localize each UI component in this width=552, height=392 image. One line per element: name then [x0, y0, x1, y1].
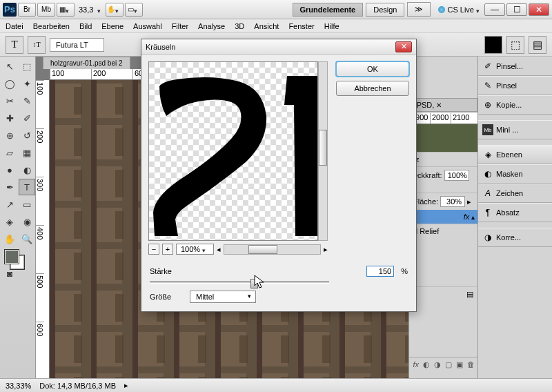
trash-icon[interactable]: 🗑 — [467, 360, 475, 369]
panel-kopie[interactable]: ⊕Kopie... — [478, 95, 552, 115]
minimize-button[interactable]: — — [484, 3, 505, 16]
brush-tool-icon[interactable]: ✐ — [19, 110, 35, 126]
3d-cam-icon[interactable]: ◉ — [19, 213, 35, 230]
menu-bearbeiten[interactable]: Bearbeiten — [33, 22, 70, 30]
preview-scroll-v[interactable] — [318, 61, 328, 241]
document-tab-2[interactable]: (PSD, ✕ — [409, 98, 477, 112]
preview-zoom[interactable]: 100% — [176, 244, 214, 255]
scroll-right-icon[interactable]: ▸ — [324, 245, 328, 254]
gradient-tool-icon[interactable]: ▦ — [19, 144, 35, 161]
move-tool-icon[interactable]: ↖ — [1, 58, 18, 75]
heal-tool-icon[interactable]: ✚ — [1, 110, 18, 126]
panel-ebenen[interactable]: ◈Ebenen — [478, 145, 552, 164]
hand-tool-icon[interactable]: ✋ — [106, 3, 124, 17]
eraser-tool-icon[interactable]: ▱ — [1, 144, 18, 161]
menu-bild[interactable]: Bild — [79, 22, 92, 30]
percent-label: % — [401, 267, 408, 275]
zoom-percent[interactable]: 33,3 — [79, 6, 93, 14]
panel-pinsel-presets[interactable]: ✐Pinsel... — [478, 57, 552, 76]
workspace-tab-grundelemente[interactable]: Grundelemente — [293, 3, 364, 17]
strength-input[interactable] — [366, 266, 394, 277]
bridge-icon[interactable]: Br — [18, 3, 36, 17]
menu-3d[interactable]: 3D — [235, 22, 244, 30]
preview-scroll-h[interactable] — [224, 244, 321, 255]
panel-pinsel[interactable]: ✎Pinsel — [478, 76, 552, 95]
new-icon[interactable]: ▣ — [456, 360, 463, 369]
color-swatch[interactable] — [484, 36, 502, 54]
dialog-close-button[interactable]: ✕ — [395, 41, 412, 52]
layer-row[interactable]: fx ▴ — [409, 210, 477, 224]
3d-icon[interactable]: ⬚ — [506, 36, 524, 54]
panel-menu-icon[interactable]: ▤ — [409, 286, 477, 302]
opacity-field[interactable]: 100% — [444, 170, 469, 181]
panel-masken[interactable]: ◐Masken — [478, 164, 552, 184]
menu-ebene[interactable]: Ebene — [101, 22, 124, 30]
layer-panel-buttons: ⚭ fx ◐ ◑ ▢ ▣ 🗑 — [409, 357, 477, 372]
cancel-button[interactable]: Abbrechen — [336, 81, 409, 96]
screen-mode-icon[interactable]: ▭ — [125, 3, 143, 17]
character-icon: A — [482, 188, 493, 199]
panel-korrekturen[interactable]: ◑Korre... — [478, 228, 552, 247]
path-tool-icon[interactable]: ↗ — [1, 196, 18, 213]
pen-tool-icon[interactable]: ✒ — [1, 179, 18, 195]
hand-tool-icon[interactable]: ✋ — [1, 231, 18, 247]
ok-button[interactable]: OK — [336, 61, 409, 77]
close-button[interactable]: ✕ — [529, 3, 549, 16]
preview-box[interactable] — [148, 61, 318, 241]
3d-tool-icon[interactable]: ◈ — [1, 213, 18, 230]
color-swatches[interactable] — [1, 248, 35, 271]
panel-zeichen[interactable]: AZeichen — [478, 184, 552, 203]
scroll-left-icon[interactable]: ◂ — [217, 245, 221, 254]
history-brush-icon[interactable]: ↺ — [19, 127, 35, 144]
fx-icon[interactable]: fx — [413, 360, 419, 369]
zoom-dropdown-icon[interactable] — [97, 6, 104, 13]
brush-icon: ✎ — [482, 80, 493, 91]
strength-slider[interactable] — [150, 281, 329, 284]
font-family-select[interactable]: Futura LT — [50, 38, 104, 52]
menu-fenster[interactable]: Fenster — [288, 22, 314, 30]
mask-icon[interactable]: ◐ — [423, 360, 430, 369]
panel-icon[interactable]: ▤ — [529, 36, 546, 54]
adjust-icon[interactable]: ◑ — [434, 360, 441, 369]
masks-icon: ◐ — [482, 168, 493, 179]
dialog-titlebar[interactable]: Kräuseln ✕ — [141, 39, 416, 55]
maximize-button[interactable]: ☐ — [506, 3, 527, 16]
eyedropper-tool-icon[interactable]: ✎ — [19, 92, 35, 109]
size-select[interactable]: Mittel — [190, 291, 256, 303]
menu-datei[interactable]: Datei — [6, 22, 23, 30]
zoom-tool-icon[interactable]: 🔍 — [19, 231, 35, 247]
menu-hilfe[interactable]: Hilfe — [324, 22, 339, 30]
workspace-more-icon[interactable]: ≫ — [407, 2, 431, 17]
crop-tool-icon[interactable]: ✂ — [1, 92, 18, 109]
status-doksize[interactable]: Dok: 14,3 MB/16,3 MB — [39, 382, 116, 390]
lasso-tool-icon[interactable]: ◯ — [1, 75, 18, 92]
view-grid-icon[interactable]: ▦ — [57, 3, 75, 17]
wand-tool-icon[interactable]: ✦ — [19, 75, 35, 92]
dodge-tool-icon[interactable]: ◐ — [19, 161, 35, 178]
menu-auswahl[interactable]: Auswahl — [133, 22, 162, 30]
tool-indicator[interactable]: T — [6, 36, 23, 54]
panel-absatz[interactable]: ¶Absatz — [478, 203, 552, 222]
zoom-in-button[interactable]: + — [162, 244, 173, 255]
marquee-tool-icon[interactable]: ⬚ — [19, 58, 35, 75]
orientation-icon[interactable]: ↕T — [28, 36, 46, 54]
blur-tool-icon[interactable]: ● — [1, 161, 18, 178]
status-zoom[interactable]: 33,33% — [6, 382, 31, 390]
status-arrow-icon[interactable]: ▸ — [124, 381, 128, 390]
type-tool-icon[interactable]: T — [19, 179, 35, 195]
stamp-tool-icon[interactable]: ⊕ — [1, 127, 18, 144]
document-tab[interactable]: holzgravur-01.psd bei 2 — [43, 57, 130, 69]
folder-icon[interactable]: ▢ — [445, 360, 452, 369]
effect-row[interactable]: d Relief — [409, 224, 477, 238]
layers-panel-edge: (PSD, ✕ 190020002100 tz eckkraft: 100% ▸… — [408, 57, 477, 392]
menu-ansicht[interactable]: Ansicht — [254, 22, 279, 30]
cslive-button[interactable]: CS Live — [438, 6, 483, 14]
mb-icon[interactable]: Mb — [37, 3, 55, 17]
workspace-tab-design[interactable]: Design — [366, 3, 404, 17]
zoom-out-button[interactable]: − — [148, 244, 159, 255]
menu-filter[interactable]: Filter — [172, 22, 188, 30]
shape-tool-icon[interactable]: ▭ — [19, 196, 35, 213]
panel-mini[interactable]: MbMini ... — [478, 120, 552, 139]
menu-analyse[interactable]: Analyse — [198, 22, 225, 30]
fill-field[interactable]: 30% — [440, 196, 465, 207]
